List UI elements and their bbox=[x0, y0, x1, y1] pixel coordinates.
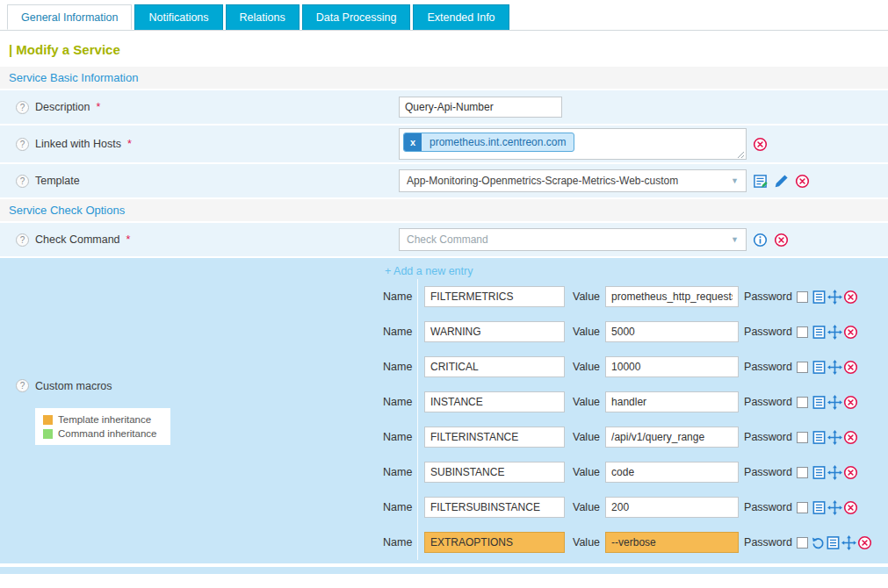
template-selected-value: App-Monitoring-Openmetrics-Scrape-Metric… bbox=[407, 175, 678, 187]
macro-value-input[interactable] bbox=[605, 356, 739, 377]
macro-value-label: Value bbox=[573, 501, 600, 513]
tab-notifications[interactable]: Notifications bbox=[134, 4, 222, 30]
macro-row: Name Value Password bbox=[383, 455, 888, 490]
macro-name-input[interactable] bbox=[424, 356, 565, 377]
delete-icon[interactable] bbox=[843, 325, 858, 340]
help-icon[interactable]: ? bbox=[16, 233, 29, 247]
host-chip: x prometheus.int.centreon.com bbox=[403, 133, 574, 152]
macro-name-input[interactable] bbox=[424, 391, 565, 412]
macro-name-input[interactable] bbox=[424, 427, 565, 448]
clear-template-icon[interactable] bbox=[795, 174, 810, 189]
description-label: Description bbox=[35, 101, 90, 113]
password-checkbox[interactable] bbox=[797, 362, 808, 373]
macro-name-input[interactable] bbox=[424, 462, 565, 483]
password-checkbox[interactable] bbox=[797, 397, 808, 408]
move-icon[interactable] bbox=[827, 290, 842, 305]
help-icon[interactable]: ? bbox=[16, 138, 29, 151]
clear-hosts-icon[interactable] bbox=[753, 137, 768, 152]
resize-handle-icon[interactable] bbox=[736, 149, 745, 158]
move-icon[interactable] bbox=[827, 325, 842, 340]
move-icon[interactable] bbox=[827, 395, 842, 410]
check-command-label: Check Command bbox=[35, 233, 120, 246]
macro-row: Name Value Password bbox=[383, 314, 888, 349]
move-icon[interactable] bbox=[827, 360, 842, 375]
macro-name-input[interactable] bbox=[424, 497, 565, 518]
list-icon[interactable] bbox=[826, 535, 841, 550]
delete-icon[interactable] bbox=[843, 360, 858, 375]
page-title: | Modify a Service bbox=[0, 31, 888, 67]
macro-name-label: Name bbox=[383, 501, 412, 513]
help-icon[interactable]: ? bbox=[16, 379, 29, 392]
password-checkbox[interactable] bbox=[797, 291, 808, 303]
list-icon[interactable] bbox=[812, 500, 827, 515]
password-checkbox[interactable] bbox=[797, 326, 808, 338]
macro-row: Name Value Password bbox=[383, 279, 888, 314]
delete-icon[interactable] bbox=[857, 535, 872, 550]
macro-value-label: Value bbox=[573, 431, 600, 443]
move-icon[interactable] bbox=[827, 500, 842, 515]
hosts-tag-box[interactable]: x prometheus.int.centreon.com bbox=[399, 128, 747, 160]
password-checkbox[interactable] bbox=[797, 467, 808, 478]
macro-value-input[interactable] bbox=[605, 462, 739, 483]
move-icon[interactable] bbox=[827, 430, 842, 445]
macro-value-input[interactable] bbox=[605, 427, 739, 448]
required-asterisk: * bbox=[126, 233, 131, 246]
password-checkbox[interactable] bbox=[797, 502, 808, 513]
custom-macros-rows: + Add a new entry Name Value Password Na… bbox=[383, 258, 888, 560]
macro-row: Name Value Password bbox=[383, 525, 888, 560]
legend-template-inheritance: Template inheritance bbox=[43, 414, 162, 425]
delete-icon[interactable] bbox=[843, 290, 858, 305]
macro-name-input[interactable] bbox=[424, 532, 565, 553]
custom-macros-section: ? Custom macros Template inheritance Com… bbox=[0, 258, 888, 563]
tab-extended-info[interactable]: Extended Info bbox=[413, 4, 509, 30]
macro-value-input[interactable] bbox=[605, 321, 739, 342]
help-icon[interactable]: ? bbox=[16, 101, 29, 114]
section-check-options: Service Check Options bbox=[0, 199, 888, 223]
edit-pencil-icon[interactable] bbox=[774, 174, 789, 189]
description-input[interactable] bbox=[399, 97, 562, 118]
macro-name-input[interactable] bbox=[424, 286, 565, 307]
host-chip-label: prometheus.int.centreon.com bbox=[422, 133, 574, 151]
macro-password-label: Password bbox=[744, 361, 792, 373]
legend-command-inheritance: Command inheritance bbox=[43, 428, 162, 439]
row-linked-hosts: ? Linked with Hosts * x prometheus.int.c… bbox=[0, 125, 888, 164]
delete-icon[interactable] bbox=[843, 395, 858, 410]
move-icon[interactable] bbox=[827, 465, 842, 480]
add-new-entry-link[interactable]: + Add a new entry bbox=[383, 258, 888, 279]
password-checkbox[interactable] bbox=[797, 537, 808, 549]
info-icon[interactable] bbox=[753, 233, 768, 247]
list-icon[interactable] bbox=[812, 325, 827, 340]
list-icon[interactable] bbox=[812, 360, 827, 375]
list-icon[interactable] bbox=[812, 290, 827, 305]
macro-password-label: Password bbox=[744, 536, 792, 549]
tab-data-processing[interactable]: Data Processing bbox=[302, 4, 411, 30]
macro-value-label: Value bbox=[573, 396, 600, 408]
macro-row: Name Value Password bbox=[383, 349, 888, 384]
inheritance-legend: Template inheritance Command inheritance bbox=[35, 408, 170, 445]
help-icon[interactable]: ? bbox=[16, 175, 29, 188]
list-icon[interactable] bbox=[812, 395, 827, 410]
clear-check-command-icon[interactable] bbox=[774, 233, 789, 247]
macro-value-label: Value bbox=[573, 536, 600, 549]
tab-relations[interactable]: Relations bbox=[226, 4, 300, 30]
list-icon[interactable] bbox=[812, 465, 827, 480]
delete-icon[interactable] bbox=[843, 465, 858, 480]
macro-value-input[interactable] bbox=[605, 286, 739, 307]
chip-remove-icon[interactable]: x bbox=[404, 133, 422, 151]
delete-icon[interactable] bbox=[843, 430, 858, 445]
undo-icon[interactable] bbox=[812, 536, 825, 549]
password-checkbox[interactable] bbox=[797, 432, 808, 443]
move-icon[interactable] bbox=[841, 535, 856, 550]
delete-icon[interactable] bbox=[843, 500, 858, 515]
template-select[interactable]: App-Monitoring-Openmetrics-Scrape-Metric… bbox=[399, 169, 747, 192]
macro-name-label: Name bbox=[383, 361, 412, 373]
check-command-select[interactable]: Check Command ▼ bbox=[399, 228, 747, 251]
macro-value-label: Value bbox=[573, 361, 600, 373]
macro-name-input[interactable] bbox=[424, 321, 565, 342]
macro-value-input[interactable] bbox=[605, 391, 739, 412]
macro-value-input[interactable] bbox=[605, 497, 739, 518]
macro-value-input[interactable] bbox=[605, 532, 739, 553]
tab-general-information[interactable]: General Information bbox=[7, 4, 132, 30]
template-view-icon[interactable] bbox=[753, 174, 768, 189]
list-icon[interactable] bbox=[812, 430, 827, 445]
